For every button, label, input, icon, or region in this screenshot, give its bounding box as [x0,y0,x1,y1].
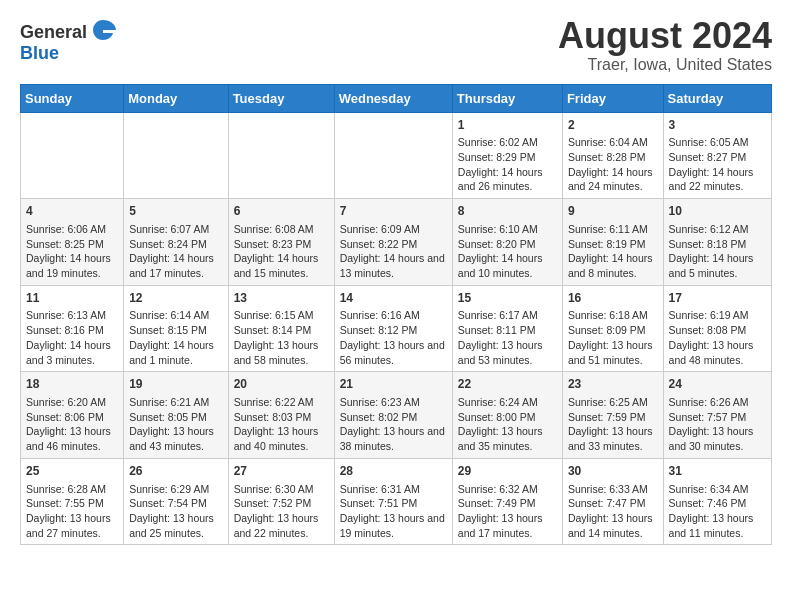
calendar-table: SundayMondayTuesdayWednesdayThursdayFrid… [20,84,772,546]
day-number: 19 [129,376,222,393]
day-info-line: Daylight: 14 hours and 8 minutes. [568,251,658,280]
day-info-line: Sunset: 8:12 PM [340,323,447,338]
day-info-line: Sunset: 8:08 PM [669,323,766,338]
weekday-header-monday: Monday [124,84,228,112]
day-number: 25 [26,463,118,480]
day-number: 28 [340,463,447,480]
calendar-body: 1Sunrise: 6:02 AMSunset: 8:29 PMDaylight… [21,112,772,545]
calendar-cell: 30Sunrise: 6:33 AMSunset: 7:47 PMDayligh… [562,458,663,545]
day-info-line: Sunset: 7:46 PM [669,496,766,511]
calendar-cell: 14Sunrise: 6:16 AMSunset: 8:12 PMDayligh… [334,285,452,372]
calendar-cell: 27Sunrise: 6:30 AMSunset: 7:52 PMDayligh… [228,458,334,545]
day-info-line: Sunrise: 6:13 AM [26,308,118,323]
calendar-cell: 15Sunrise: 6:17 AMSunset: 8:11 PMDayligh… [452,285,562,372]
day-info-line: Daylight: 14 hours and 5 minutes. [669,251,766,280]
day-number: 23 [568,376,658,393]
day-info-line: Daylight: 13 hours and 11 minutes. [669,511,766,540]
day-info-line: Daylight: 13 hours and 22 minutes. [234,511,329,540]
day-info-line: Sunrise: 6:10 AM [458,222,557,237]
day-info-line: Daylight: 13 hours and 35 minutes. [458,424,557,453]
logo-icon [89,16,117,48]
day-info-line: Daylight: 13 hours and 19 minutes. [340,511,447,540]
day-info-line: Sunset: 8:27 PM [669,150,766,165]
calendar-cell: 3Sunrise: 6:05 AMSunset: 8:27 PMDaylight… [663,112,771,199]
calendar-week-4: 18Sunrise: 6:20 AMSunset: 8:06 PMDayligh… [21,372,772,459]
day-info-line: Sunset: 8:28 PM [568,150,658,165]
day-info-line: Sunset: 8:24 PM [129,237,222,252]
day-info-line: Daylight: 13 hours and 53 minutes. [458,338,557,367]
calendar-cell: 28Sunrise: 6:31 AMSunset: 7:51 PMDayligh… [334,458,452,545]
calendar-cell [21,112,124,199]
calendar-cell: 9Sunrise: 6:11 AMSunset: 8:19 PMDaylight… [562,199,663,286]
day-info-line: Sunset: 8:03 PM [234,410,329,425]
day-info-line: Sunset: 7:52 PM [234,496,329,511]
day-info-line: Daylight: 14 hours and 3 minutes. [26,338,118,367]
day-info-line: Sunrise: 6:24 AM [458,395,557,410]
day-number: 18 [26,376,118,393]
day-info-line: Sunrise: 6:08 AM [234,222,329,237]
day-info-line: Sunset: 8:11 PM [458,323,557,338]
day-info-line: Sunrise: 6:30 AM [234,482,329,497]
day-number: 4 [26,203,118,220]
day-info-line: Sunset: 8:16 PM [26,323,118,338]
page-header: General Blue August 2024 Traer, Iowa, Un… [20,16,772,74]
day-info-line: Daylight: 13 hours and 51 minutes. [568,338,658,367]
day-info-line: Daylight: 13 hours and 25 minutes. [129,511,222,540]
day-info-line: Sunrise: 6:07 AM [129,222,222,237]
day-info-line: Daylight: 14 hours and 24 minutes. [568,165,658,194]
day-info-line: Sunrise: 6:18 AM [568,308,658,323]
day-info-line: Sunrise: 6:34 AM [669,482,766,497]
day-info-line: Sunset: 8:20 PM [458,237,557,252]
calendar-cell: 2Sunrise: 6:04 AMSunset: 8:28 PMDaylight… [562,112,663,199]
calendar-cell: 8Sunrise: 6:10 AMSunset: 8:20 PMDaylight… [452,199,562,286]
day-info-line: Daylight: 13 hours and 17 minutes. [458,511,557,540]
day-info-line: Daylight: 14 hours and 15 minutes. [234,251,329,280]
day-info-line: Sunset: 7:47 PM [568,496,658,511]
day-number: 14 [340,290,447,307]
day-info-line: Daylight: 14 hours and 26 minutes. [458,165,557,194]
day-info-line: Sunrise: 6:22 AM [234,395,329,410]
day-info-line: Daylight: 13 hours and 40 minutes. [234,424,329,453]
day-info-line: Sunset: 7:59 PM [568,410,658,425]
weekday-header-wednesday: Wednesday [334,84,452,112]
day-info-line: Sunrise: 6:26 AM [669,395,766,410]
calendar-cell: 1Sunrise: 6:02 AMSunset: 8:29 PMDaylight… [452,112,562,199]
day-info-line: Sunrise: 6:28 AM [26,482,118,497]
day-info-line: Daylight: 14 hours and 19 minutes. [26,251,118,280]
day-number: 2 [568,117,658,134]
day-info-line: Sunset: 8:15 PM [129,323,222,338]
day-info-line: Sunrise: 6:12 AM [669,222,766,237]
day-info-line: Sunset: 8:18 PM [669,237,766,252]
day-info-line: Sunset: 8:05 PM [129,410,222,425]
calendar-week-1: 1Sunrise: 6:02 AMSunset: 8:29 PMDaylight… [21,112,772,199]
calendar-cell: 4Sunrise: 6:06 AMSunset: 8:25 PMDaylight… [21,199,124,286]
day-info-line: Daylight: 14 hours and 10 minutes. [458,251,557,280]
day-number: 29 [458,463,557,480]
logo-text-blue: Blue [20,44,59,62]
day-number: 3 [669,117,766,134]
day-info-line: Sunset: 8:14 PM [234,323,329,338]
day-info-line: Daylight: 13 hours and 14 minutes. [568,511,658,540]
calendar-cell: 13Sunrise: 6:15 AMSunset: 8:14 PMDayligh… [228,285,334,372]
day-number: 7 [340,203,447,220]
day-info-line: Sunrise: 6:14 AM [129,308,222,323]
day-info-line: Sunrise: 6:20 AM [26,395,118,410]
day-info-line: Sunrise: 6:29 AM [129,482,222,497]
day-info-line: Sunrise: 6:09 AM [340,222,447,237]
day-info-line: Daylight: 13 hours and 27 minutes. [26,511,118,540]
calendar-cell: 24Sunrise: 6:26 AMSunset: 7:57 PMDayligh… [663,372,771,459]
day-info-line: Sunrise: 6:16 AM [340,308,447,323]
day-info-line: Sunset: 8:00 PM [458,410,557,425]
day-info-line: Sunrise: 6:05 AM [669,135,766,150]
day-info-line: Sunset: 8:22 PM [340,237,447,252]
day-info-line: Daylight: 13 hours and 30 minutes. [669,424,766,453]
day-info-line: Sunrise: 6:31 AM [340,482,447,497]
day-info-line: Daylight: 13 hours and 48 minutes. [669,338,766,367]
day-info-line: Sunset: 8:02 PM [340,410,447,425]
weekday-header-tuesday: Tuesday [228,84,334,112]
day-info-line: Sunrise: 6:25 AM [568,395,658,410]
calendar-cell: 5Sunrise: 6:07 AMSunset: 8:24 PMDaylight… [124,199,228,286]
day-number: 11 [26,290,118,307]
calendar-header-row: SundayMondayTuesdayWednesdayThursdayFrid… [21,84,772,112]
calendar-cell [228,112,334,199]
